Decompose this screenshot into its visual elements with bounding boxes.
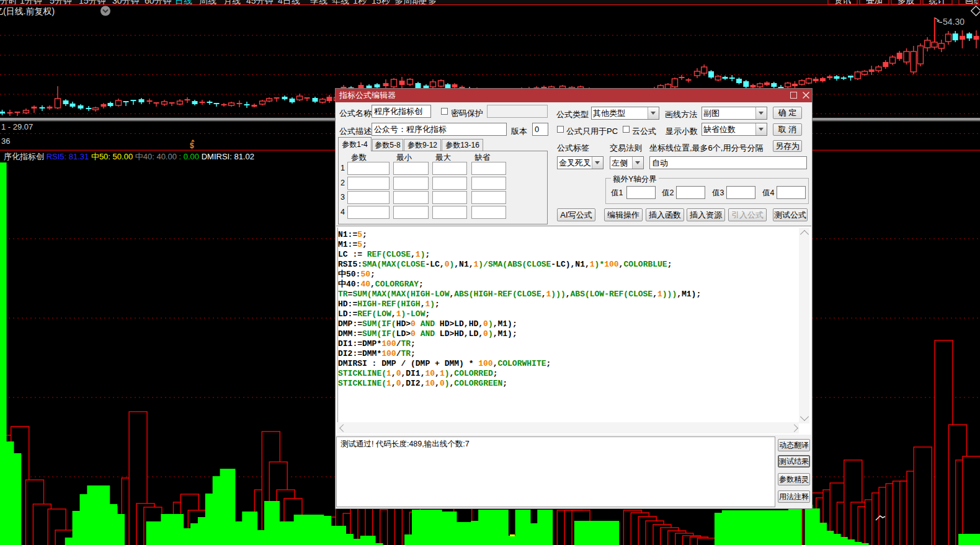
svg-text:54.30: 54.30	[943, 17, 964, 27]
svg-text:亿(日线.前复权): 亿(日线.前复权)	[0, 6, 55, 16]
svg-text:多股: 多股	[898, 0, 915, 5]
svg-text:叠加: 叠加	[866, 0, 883, 5]
svg-text:序化指标创 RSI5: 81.31 中50: 50.00: 序化指标创 RSI5: 81.31 中50: 50.00 中40: 40.00 …	[4, 152, 254, 161]
svg-text:$: $	[190, 141, 194, 150]
svg-text:统计: 统计	[929, 0, 947, 5]
svg-text:1 - 29.07: 1 - 29.07	[1, 122, 33, 131]
svg-text:资讯: 资讯	[834, 0, 851, 5]
svg-text:36: 36	[1, 136, 10, 146]
